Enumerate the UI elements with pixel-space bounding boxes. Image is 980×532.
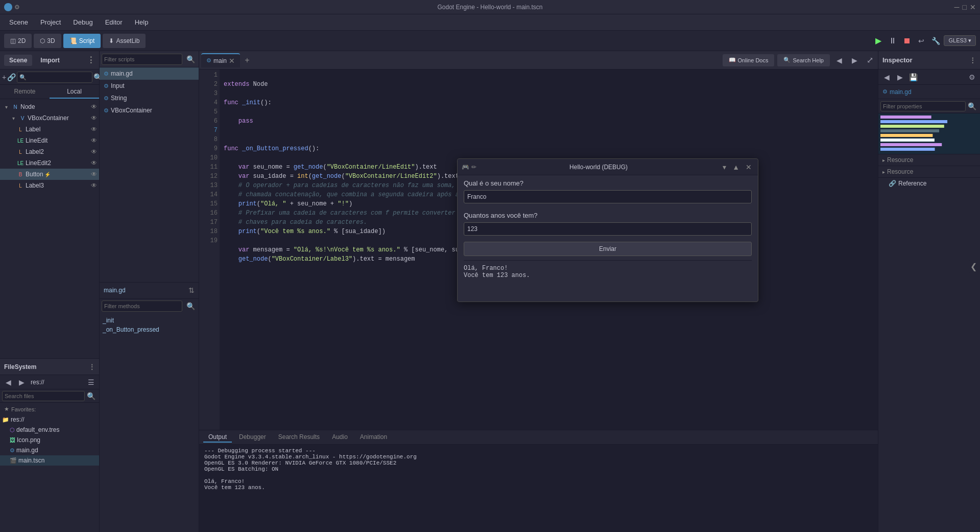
script-item-main-gd[interactable]: ⚙ main.gd [100,67,199,80]
method-on-button-pressed[interactable]: _on_Button_pressed [100,325,199,334]
toolbar-3d-button[interactable]: ⬡ 3D [34,34,61,48]
animation-tab[interactable]: Animation [355,432,392,443]
filter-scripts-input[interactable] [102,54,182,65]
inspector-menu-icon[interactable]: ⋮ [969,56,976,64]
toolbar-assetlib-button[interactable]: ⬇ AssetLib [103,34,146,48]
fs-item-res[interactable]: 📁 res:// [0,414,99,425]
gles-badge[interactable]: GLES3 ▾ [944,35,976,46]
filesystem-search-input[interactable] [2,391,85,401]
label2-visibility-icon[interactable]: 👁 [91,148,97,155]
output-tab[interactable]: Output [203,432,232,443]
search-results-tab[interactable]: Search Results [273,432,325,443]
instance-scene-button[interactable]: 🔗 [7,71,16,83]
debug-input1[interactable] [464,190,752,203]
panel-menu-icon[interactable]: ⋮ [87,55,95,65]
script-item-string[interactable]: ⚙ String [100,92,199,104]
stop-button[interactable]: ⏹ [901,35,913,47]
audio-tab[interactable]: Audio [327,432,353,443]
tree-item-lineedit[interactable]: LE LineEdit 👁 [0,135,99,146]
method-init[interactable]: _init [100,316,199,325]
expand-editor-button[interactable]: ⤢ [864,54,876,66]
fs-item-icon-png[interactable]: 🖼 Icon.png [0,435,99,445]
script-item-input[interactable]: ⚙ Input [100,80,199,92]
menu-help[interactable]: Help [130,16,154,28]
import-tab[interactable]: Import [35,55,64,66]
lineedit-visibility-icon[interactable]: 👁 [91,137,97,144]
scene-tab[interactable]: Scene [4,55,32,66]
fs-item-main-tscn[interactable]: 🎬 main.tscn [0,455,99,466]
tree-item-label3[interactable]: L Label3 👁 [0,180,99,191]
sort-icon[interactable]: ⇅ [188,286,195,294]
play-button[interactable]: ▶ [872,35,885,47]
inspector-settings-button[interactable]: ⚙ [966,71,978,83]
close-icon[interactable]: ✕ [970,3,976,11]
folder-icon: 📁 [2,417,9,423]
vbox-visibility-icon[interactable]: 👁 [91,114,97,122]
add-tab-button[interactable]: + [241,54,253,66]
script-item-vbox[interactable]: ⚙ VBoxContainer [100,104,199,117]
tree-item-label2[interactable]: L Label2 👁 [0,146,99,157]
filter-scripts-button[interactable]: 🔍 [184,53,197,65]
lineedit2-visibility-icon[interactable]: 👁 [91,159,97,167]
inspector-section-resource[interactable]: ▸ Resource [878,154,980,166]
online-docs-button[interactable]: 📖 Online Docs [723,54,775,66]
debug-settings-button[interactable]: 🔧 [929,35,942,47]
inspector-section-resource2[interactable]: ▸ Resource [878,166,980,178]
fs-layout-button[interactable]: ☰ [85,376,97,388]
methods-filter-bar: 🔍 [100,298,199,314]
add-node-button[interactable]: + [2,71,6,83]
tree-item-vboxcontainer[interactable]: ▾ V VBoxContainer 👁 [0,112,99,124]
filesystem-menu-icon[interactable]: ⋮ [89,363,95,371]
maximize-icon[interactable]: □ [963,3,967,11]
debug-pencil-icon[interactable]: ✏ [471,164,476,171]
nav-prev-button[interactable]: ◀ [833,54,845,66]
debug-enviar-button[interactable]: Enviar [464,242,752,256]
tree-item-node[interactable]: ▾ N Node 👁 [0,101,99,112]
line-num-9: 9 [201,144,218,153]
button-visibility-icon[interactable]: 👁 [91,171,97,178]
debug-close-button[interactable]: ✕ [744,162,754,172]
debugger-tab[interactable]: Debugger [234,432,271,443]
toolbar-2d-button[interactable]: ◫ 2D [4,34,32,48]
tree-item-lineedit2[interactable]: LE LineEdit2 👁 [0,157,99,169]
inspector-nav-next[interactable]: ▶ [894,71,906,83]
inspector-save-button[interactable]: 💾 [907,71,919,83]
fs-forward-button[interactable]: ▶ [15,376,28,388]
toolbar-script-button[interactable]: 📜 Script [63,34,101,48]
editor-tab-main[interactable]: ⚙ main ✕ [201,53,240,67]
inspector-filter-input[interactable] [880,101,966,111]
label3-visibility-icon[interactable]: 👁 [91,182,97,189]
search-help-button[interactable]: 🔍 Search Help [777,54,830,66]
step-button[interactable]: ↩ [915,35,927,47]
label2-label: Label2 [26,148,44,155]
line-num-17: 17 [201,218,218,227]
menu-editor[interactable]: Editor [100,16,128,28]
menu-debug[interactable]: Debug [68,16,98,28]
fs-back-button[interactable]: ◀ [2,376,14,388]
inspector-filter-button[interactable]: 🔍 [966,100,978,112]
menu-scene[interactable]: Scene [4,16,33,28]
line-num-8: 8 [201,135,218,144]
nav-next-button[interactable]: ▶ [848,54,861,66]
filter-methods-input[interactable] [102,300,182,312]
tab-close-icon[interactable]: ✕ [229,57,235,65]
inspector-section-reference[interactable]: 🔗 Reference [878,178,980,189]
fs-search-button[interactable]: 🔍 [85,390,97,402]
minimize-icon[interactable]: ─ [954,3,960,11]
debug-maximize-button[interactable]: ▲ [730,162,742,172]
remote-tab[interactable]: Remote [0,85,50,99]
fs-item-main-gd[interactable]: ⚙ main.gd [0,445,99,455]
local-tab[interactable]: Local [50,85,99,99]
pause-button[interactable]: ⏸ [887,35,899,47]
tree-item-label[interactable]: L Label 👁 [0,124,99,135]
label-visibility-icon[interactable]: 👁 [91,126,97,133]
node-visibility-icon[interactable]: 👁 [91,103,97,110]
fs-item-default-env[interactable]: ⬡ default_env.tres [0,425,99,435]
debug-input2[interactable] [464,222,752,236]
tree-item-button[interactable]: B Button ⚡ 👁 [0,169,99,180]
menu-project[interactable]: Project [35,16,66,28]
filter-nodes-input[interactable] [17,72,92,83]
filter-methods-button[interactable]: 🔍 [184,300,197,312]
debug-minimize-button[interactable]: ▾ [721,162,728,172]
inspector-nav-prev[interactable]: ◀ [880,71,893,83]
